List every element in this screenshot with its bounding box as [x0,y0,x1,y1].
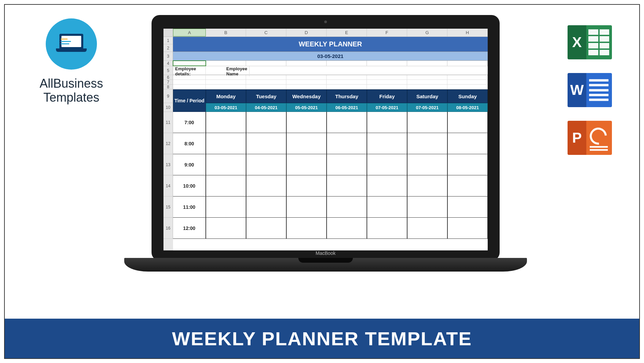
cell[interactable] [327,175,367,197]
row-header-13[interactable]: 13 [163,154,173,175]
day-header-sat[interactable]: Saturday [407,89,447,103]
time-row-3[interactable]: 10:00 [173,175,488,197]
cell[interactable] [246,154,286,175]
time-label-0[interactable]: 7:00 [173,112,206,133]
cell[interactable] [206,112,246,133]
cell[interactable] [246,218,286,239]
time-label-3[interactable]: 10:00 [173,175,206,197]
col-header-F[interactable]: F [367,29,407,37]
cell[interactable] [407,154,447,175]
row-header-1[interactable]: 1 [163,37,173,44]
cell[interactable] [447,218,488,239]
spreadsheet[interactable]: A B C D E F G H 1 2 3 [163,29,488,250]
cell[interactable] [206,218,246,239]
row-header-15[interactable]: 15 [163,197,173,218]
cell[interactable] [246,133,286,154]
row-header-11[interactable]: 11 [163,112,173,133]
time-row-5[interactable]: 12:00 [173,218,488,239]
col-header-H[interactable]: H [447,29,488,37]
time-period-header[interactable]: Time / Period [173,89,206,112]
date-header-2[interactable]: 05-05-2021 [286,103,327,112]
day-header-thu[interactable]: Thursday [327,89,367,103]
cell[interactable] [327,218,367,239]
cell[interactable] [367,218,407,239]
cell[interactable] [286,112,327,133]
row-6[interactable] [173,75,488,80]
cell[interactable] [367,175,407,197]
time-row-1[interactable]: 8:00 [173,133,488,154]
row-header-5[interactable]: 5 [163,66,173,75]
date-header-1[interactable]: 04-05-2021 [246,103,286,112]
row-header-9[interactable]: 9 [163,89,173,103]
planner-body[interactable]: 7:00 8:00 9:00 [173,112,488,239]
cell[interactable] [367,197,407,218]
cell[interactable] [327,133,367,154]
cell[interactable] [447,175,488,197]
cell[interactable] [246,112,286,133]
row-8[interactable] [173,85,488,89]
day-header-wed[interactable]: Wednesday [286,89,327,103]
col-header-A[interactable]: A [173,29,206,37]
day-header-mon[interactable]: Monday [206,89,246,103]
row-header-7[interactable]: 7 [163,80,173,85]
cell[interactable] [246,175,286,197]
row-header-3[interactable]: 3 [163,52,173,61]
cell[interactable] [327,112,367,133]
date-header-0[interactable]: 03-05-2021 [206,103,246,112]
cell[interactable] [286,197,327,218]
planner-title[interactable]: WEEKLY PLANNER [173,37,488,52]
date-header-4[interactable]: 07-05-2021 [367,103,407,112]
date-header-6[interactable]: 08-05-2021 [447,103,488,112]
planner-header[interactable]: Time / Period Monday Tuesday Wednesday T… [173,89,488,112]
row-header-10[interactable]: 10 [163,103,173,112]
cell[interactable] [206,197,246,218]
time-label-4[interactable]: 11:00 [173,197,206,218]
time-label-1[interactable]: 8:00 [173,133,206,154]
row-header-16[interactable]: 16 [163,218,173,239]
planner-date[interactable]: 03-05-2021 [173,52,488,61]
cell[interactable] [286,133,327,154]
col-header-D[interactable]: D [286,29,327,37]
cell[interactable] [246,197,286,218]
cell[interactable] [447,112,488,133]
time-label-5[interactable]: 12:00 [173,218,206,239]
row-headers[interactable]: 1 2 3 4 5 6 7 8 9 10 11 12 13 [163,37,173,250]
day-header-sun[interactable]: Sunday [447,89,488,103]
employee-row[interactable]: Employee details: Employee Name [173,66,488,75]
cell[interactable] [407,133,447,154]
select-all-corner[interactable] [163,29,173,37]
cell[interactable] [206,133,246,154]
cell[interactable] [407,197,447,218]
day-header-tue[interactable]: Tuesday [246,89,286,103]
cell[interactable] [367,133,407,154]
date-header-3[interactable]: 06-05-2021 [327,103,367,112]
cell[interactable] [447,154,488,175]
cell[interactable] [367,112,407,133]
row-7[interactable] [173,80,488,85]
cell[interactable] [286,218,327,239]
cell[interactable] [367,154,407,175]
cell[interactable] [206,175,246,197]
time-row-0[interactable]: 7:00 [173,112,488,133]
row-header-2[interactable]: 2 [163,44,173,52]
cell[interactable] [407,112,447,133]
row-header-12[interactable]: 12 [163,133,173,154]
time-row-2[interactable]: 9:00 [173,154,488,175]
column-headers[interactable]: A B C D E F G H [163,29,488,37]
cell[interactable] [206,154,246,175]
col-header-C[interactable]: C [246,29,286,37]
day-header-fri[interactable]: Friday [367,89,407,103]
cell[interactable] [327,197,367,218]
row-header-8[interactable]: 8 [163,85,173,89]
row-header-14[interactable]: 14 [163,175,173,197]
active-cell-A4[interactable] [173,60,206,66]
row-header-4[interactable]: 4 [163,61,173,66]
col-header-G[interactable]: G [407,29,447,37]
time-row-4[interactable]: 11:00 [173,197,488,218]
cell[interactable] [407,218,447,239]
row-header-6[interactable]: 6 [163,75,173,80]
date-header-5[interactable]: 07-05-2021 [407,103,447,112]
cell[interactable] [447,197,488,218]
time-label-2[interactable]: 9:00 [173,154,206,175]
cell[interactable] [447,133,488,154]
